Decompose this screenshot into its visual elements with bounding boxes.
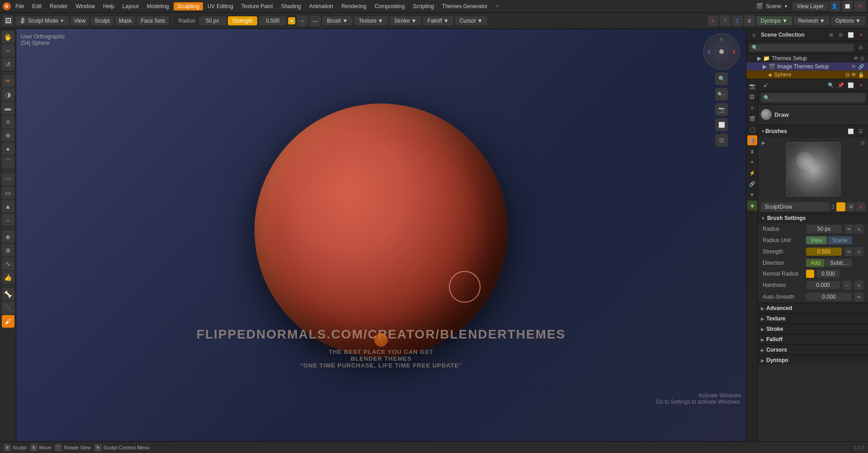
dyntopo-dropdown[interactable]: Dyntopo ▼ <box>756 16 793 25</box>
tab-shading[interactable]: Shading <box>278 2 305 10</box>
brush-copy-icon[interactable]: ⧉ <box>846 202 855 211</box>
tab-uv-editing[interactable]: UV Editing <box>204 2 237 10</box>
tool-flatten[interactable]: ▭ <box>2 186 14 199</box>
tool-grab[interactable]: 🖐 <box>2 31 14 43</box>
options-dropdown[interactable]: Options ▼ <box>831 16 865 25</box>
props-view-layer-icon[interactable]: ⧈ <box>747 103 757 113</box>
tab-rendering[interactable]: Rendering <box>338 2 370 10</box>
brush-expand-icon[interactable]: ⬜ <box>846 127 855 136</box>
tool-pinch[interactable]: ◈ <box>2 230 14 243</box>
tool-snake-hook[interactable]: ∿ <box>2 257 14 270</box>
menu-file[interactable]: File <box>12 2 28 10</box>
tool-paint[interactable]: 🖌 <box>2 315 14 328</box>
texture-section-header[interactable]: ▶ Texture <box>758 313 868 324</box>
tool-multires-displacement[interactable]: ⋱ <box>2 301 14 314</box>
texture-dropdown[interactable]: Texture ▼ <box>354 16 387 25</box>
direction-add-button[interactable]: Add <box>806 259 825 267</box>
normal-color-swatch[interactable] <box>806 270 814 278</box>
falloff-section-header[interactable]: ▶ Falloff <box>758 334 868 344</box>
outliner-row-image-themes[interactable]: ▶ 🎬 Image Themes Setup 👁 🔗 <box>746 62 868 71</box>
tool-clay-strips[interactable]: ▬ <box>2 102 14 114</box>
wireframe-button[interactable]: ⊡ <box>715 134 728 147</box>
face-sets-button[interactable]: Face Sets <box>137 16 169 25</box>
outliner-row-themes-setup[interactable]: ▶ 📁 Themes Setup 👁 ⊡ <box>746 54 868 62</box>
menu-render[interactable]: Render <box>46 2 71 10</box>
radius-setting-value[interactable]: 50 px <box>806 225 842 233</box>
outliner-type-icon[interactable]: ⧈ <box>749 30 758 39</box>
add-workspace-button[interactable]: + <box>492 2 503 10</box>
transform-orientation-icon[interactable]: ⧖ <box>744 15 755 26</box>
tool-inflate[interactable]: ⊕ <box>2 129 14 142</box>
subtract-icon[interactable]: — <box>310 15 321 26</box>
filter-icon-3[interactable]: ⊟ <box>845 72 849 78</box>
props-search-icon[interactable]: 🔍 <box>826 81 835 90</box>
props-data-icon[interactable]: ▼ <box>747 190 757 200</box>
cursor-dropdown[interactable]: Cursor ▼ <box>455 16 487 25</box>
camera-view-button[interactable]: 📷 <box>715 103 728 116</box>
remesh-dropdown[interactable]: Remesh ▼ <box>793 16 830 25</box>
user-icon[interactable]: 👤 <box>829 1 840 12</box>
stroke-section-header[interactable]: ▶ Stroke <box>758 324 868 334</box>
blender-logo-icon[interactable]: B <box>3 2 11 10</box>
color-icon[interactable]: ■ <box>288 17 295 24</box>
props-search-input[interactable] <box>772 95 863 101</box>
outliner-row-sphere[interactable]: ◈ Sphere ⊟ 👁 🔒 <box>746 71 868 79</box>
props-physics-icon[interactable]: ⚡ <box>747 168 757 178</box>
strength-curve-icon[interactable]: ∿ <box>854 247 863 256</box>
view-button[interactable]: View <box>71 16 90 25</box>
tab-texture-paint[interactable]: Texture Paint <box>238 2 277 10</box>
brush-dropdown[interactable]: Brush ▼ <box>322 16 352 25</box>
stroke-dropdown[interactable]: Stroke ▼ <box>390 16 421 25</box>
navigation-gizmo[interactable]: X Y Z <box>703 33 740 70</box>
sculpt-button[interactable]: Sculpt <box>91 16 113 25</box>
outliner-search-input[interactable] <box>760 45 851 50</box>
props-search-bar[interactable]: 🔍 <box>761 93 865 102</box>
visibility-icon-2[interactable]: 👁 <box>851 64 856 69</box>
window-maximize-button[interactable]: ⬜ <box>842 1 853 12</box>
window-close-button[interactable]: ✕ <box>854 1 865 12</box>
radius-curve-icon[interactable]: ∿ <box>854 224 863 234</box>
tool-draw[interactable]: ✏ <box>2 75 14 87</box>
mask-button[interactable]: Mask <box>115 16 136 25</box>
strength-button[interactable]: Strength <box>228 16 257 25</box>
falloff-dropdown[interactable]: Falloff ▼ <box>423 16 453 25</box>
props-constraints-icon[interactable]: 🔗 <box>747 179 757 189</box>
brush-delete-icon[interactable]: ✕ <box>856 202 865 211</box>
tab-themes-generator[interactable]: Themes Generator <box>439 2 491 10</box>
flip-icon[interactable]: ↔ <box>297 15 308 26</box>
strength-edit-icon[interactable]: ✏ <box>844 247 854 256</box>
outliner-close-icon[interactable]: ✕ <box>856 30 865 39</box>
brush-thumbnail-expand-arrow[interactable]: ▶ <box>761 139 766 146</box>
props-particles-icon[interactable]: ✦ <box>747 157 757 167</box>
viewport[interactable]: User Orthographic (54) Sphere FLIPPEDNOR… <box>16 29 746 441</box>
radius-value[interactable]: 50 px <box>199 16 226 25</box>
props-modifiers-icon[interactable]: ⧗ <box>747 146 757 156</box>
auto-smooth-value[interactable]: 0.000 <box>806 293 852 301</box>
hardness-value[interactable]: 0.000 <box>806 281 840 289</box>
exclude-icon-1[interactable]: ⊡ <box>860 56 864 62</box>
tool-thumb[interactable]: 👍 <box>2 271 14 284</box>
brush-options-icon[interactable]: ⊟ <box>860 139 865 146</box>
props-material-icon[interactable]: ◆ <box>747 200 757 210</box>
brush-paint-icon[interactable]: ✏ <box>836 202 845 211</box>
normal-radius-value[interactable]: 0.500 <box>817 270 840 278</box>
tool-smooth[interactable]: 〰 <box>2 173 14 186</box>
tool-fill[interactable]: ▲ <box>2 200 14 213</box>
tool-pose[interactable]: 🦴 <box>2 288 14 300</box>
tool-scrape[interactable]: ⌣ <box>2 214 14 226</box>
tool-magnify[interactable]: ⊗ <box>2 244 14 257</box>
cursor-section-header[interactable]: ▶ Cursors <box>758 344 868 355</box>
xaxis-icon[interactable]: X <box>708 15 718 26</box>
hardness-swap-icon[interactable]: ↔ <box>843 281 852 290</box>
radius-unit-scene-button[interactable]: Scene <box>828 236 852 244</box>
tool-layer[interactable]: ≡ <box>2 115 14 128</box>
view-layer-selector[interactable]: View Layer <box>793 2 828 10</box>
zaxis-icon[interactable]: Z <box>732 15 743 26</box>
brush-name-field[interactable]: SculptDraw <box>761 202 830 211</box>
scene-selector[interactable]: 🎬 Scene ▼ <box>752 3 792 10</box>
tool-crease[interactable]: ⌒ <box>2 156 14 169</box>
radius-edit-icon[interactable]: ✏ <box>844 224 854 234</box>
outliner-filter-icon[interactable]: ⊟ <box>855 43 865 52</box>
visibility-icon-3[interactable]: 👁 <box>851 72 856 77</box>
mode-selector[interactable]: 🗿 Sculpt Mode ▼ <box>15 16 69 25</box>
